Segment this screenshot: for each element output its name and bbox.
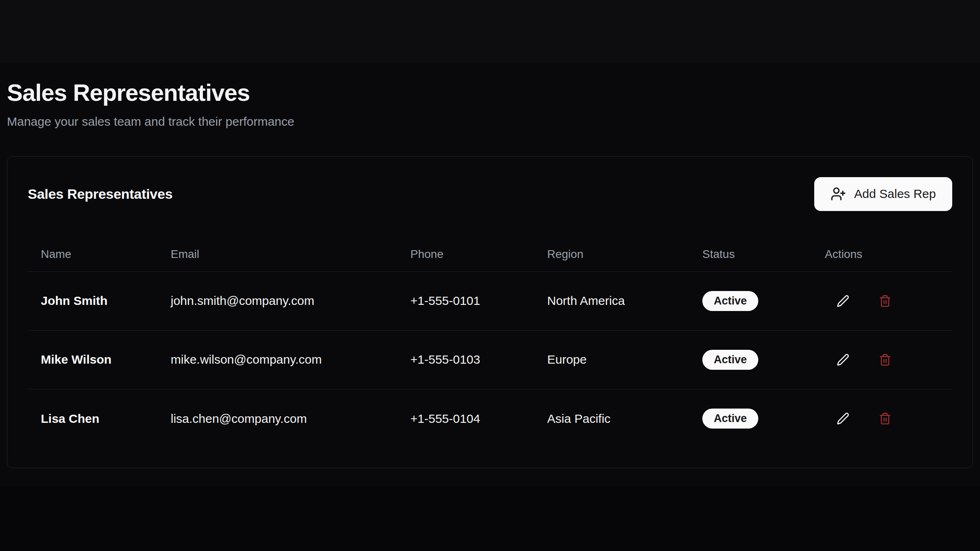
card-title: Sales Representatives [28, 186, 173, 202]
rep-phone: +1-555-0103 [397, 353, 534, 367]
pencil-icon [837, 412, 849, 425]
column-header-actions: Actions [812, 248, 953, 261]
page-container: Sales Representatives Manage your sales … [0, 0, 980, 468]
delete-button[interactable] [878, 353, 891, 366]
column-header-status: Status [689, 248, 812, 261]
delete-button[interactable] [878, 294, 891, 307]
table-row: Lisa Chen lisa.chen@company.com +1-555-0… [28, 389, 952, 448]
rep-phone: +1-555-0104 [397, 412, 534, 426]
add-sales-rep-button[interactable]: Add Sales Rep [814, 177, 952, 211]
column-header-region: Region [534, 248, 689, 261]
user-plus-icon [831, 186, 846, 202]
column-header-name: Name [28, 248, 158, 261]
status-badge: Active [702, 350, 758, 370]
sales-reps-table: Name Email Phone Region Status Actions J… [28, 237, 952, 448]
rep-region: North America [534, 294, 689, 308]
rep-email: lisa.chen@company.com [158, 412, 397, 426]
edit-button[interactable] [836, 353, 849, 366]
edit-button[interactable] [836, 412, 849, 425]
trash-icon [879, 295, 891, 307]
status-badge: Active [702, 409, 758, 429]
rep-email: mike.wilson@company.com [158, 353, 397, 367]
column-header-email: Email [158, 248, 397, 261]
rep-name: Lisa Chen [28, 412, 158, 426]
rep-name: John Smith [28, 294, 158, 308]
trash-icon [879, 353, 891, 366]
sales-reps-card: Sales Representatives Add Sales Rep Name… [7, 156, 973, 468]
add-sales-rep-label: Add Sales Rep [854, 187, 936, 201]
trash-icon [879, 412, 891, 425]
page-title: Sales Representatives [7, 0, 973, 107]
edit-button[interactable] [836, 294, 849, 307]
rep-region: Europe [534, 353, 689, 367]
rep-name: Mike Wilson [28, 353, 158, 367]
pencil-icon [837, 295, 849, 307]
status-badge: Active [702, 291, 758, 311]
table-row: Mike Wilson mike.wilson@company.com +1-5… [28, 331, 952, 389]
rep-region: Asia Pacific [534, 412, 689, 426]
column-header-phone: Phone [397, 248, 534, 261]
table-header-row: Name Email Phone Region Status Actions [28, 237, 952, 272]
rep-email: john.smith@company.com [158, 294, 397, 308]
pencil-icon [837, 353, 849, 366]
delete-button[interactable] [878, 412, 891, 425]
table-row: John Smith john.smith@company.com +1-555… [28, 272, 952, 331]
card-header: Sales Representatives Add Sales Rep [28, 177, 952, 211]
rep-phone: +1-555-0101 [397, 294, 534, 308]
page-subtitle: Manage your sales team and track their p… [7, 113, 973, 129]
